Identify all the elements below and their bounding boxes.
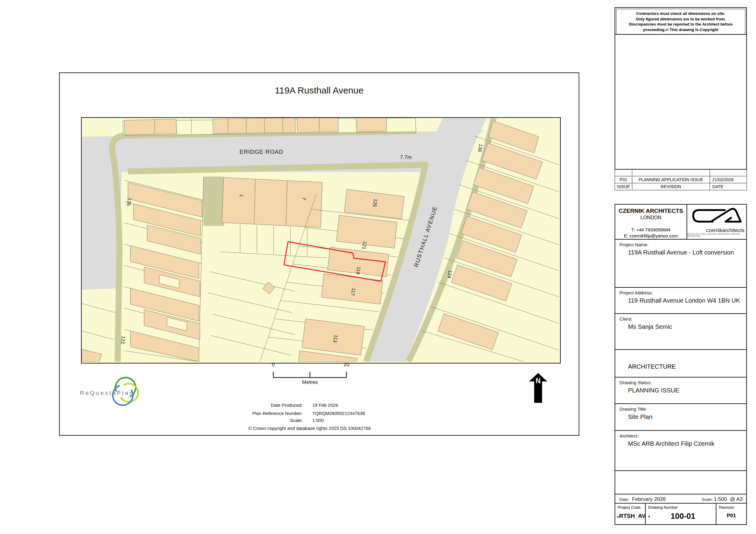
date-scale-row: Date: February 2026 Scale: 1:500 @ A3 — [615, 494, 747, 503]
drawing-title-box: Drawing Title: Site Plan — [615, 403, 747, 431]
spacer-box — [615, 193, 747, 205]
bullet-icon: ● — [648, 515, 650, 518]
firm-logo-cell: czernikarchitects ARCHITECTURE DESIGN MA… — [687, 205, 746, 239]
drawing-number-label: Drawing Number — [646, 503, 716, 510]
firm-email: E: czernikfilip@yahoo.com — [615, 233, 687, 239]
map-title: 119A Rusthall Avenue — [60, 85, 579, 96]
project-name-box: Project Name: 119A Rusthall Avenue - Lof… — [615, 239, 747, 288]
drawing-title-label: Drawing Title: — [615, 404, 746, 412]
road-width-annotation: 7.7m — [400, 154, 412, 160]
empty-box-top — [615, 34, 747, 169]
firm-city: LONDON — [615, 215, 687, 220]
drawing-title-value: Site Plan — [615, 412, 746, 420]
ca-logo-tagline: ARCHITECTURE DESIGN MASTERPLANNING INTER… — [687, 233, 744, 237]
project-code-cell: Project Code ●RTSH_AV — [615, 503, 645, 524]
disclaimer-box: Contractors must check all dimensions on… — [615, 7, 747, 35]
firm-contact: CZERNIK ARCHITECTS LONDON T: +44 7933058… — [615, 205, 687, 239]
firm-name: CZERNIK ARCHITECTS — [615, 208, 687, 214]
sheet-scale-value: 1:500 — [714, 496, 727, 502]
requestaplan-logo: ReQuestaPlan — [79, 376, 143, 408]
plan-reference-value: TQRQM26050212347638 — [312, 411, 365, 416]
bullet-icon: ● — [617, 515, 619, 519]
plot-label-136-left: 136 — [126, 198, 132, 206]
scale-bar-end: 20 — [344, 362, 349, 368]
architect-box: Architect: MSc ARB Architect Filip Czern… — [615, 430, 747, 471]
scale-bar: 0 20 Metres — [270, 361, 352, 387]
ca-logo-wordmark: czernikarchitects — [706, 227, 744, 234]
drawing-status-value: PLANNING ISSUE — [615, 385, 746, 394]
empty-box-bottom — [615, 470, 747, 495]
disclaimer-line-2: Only figured dimensions are to be worked… — [618, 16, 744, 22]
revision-value-bottom: P01 — [716, 510, 746, 519]
client-label: Client: — [615, 314, 746, 321]
disclaimer-line-1: Contractors must check all dimensions on… — [618, 11, 744, 16]
scale-bar-unit: Metres — [302, 379, 318, 385]
plot-label-122: 122 — [120, 336, 126, 344]
disclaimer-text: Contractors must check all dimensions on… — [616, 9, 745, 35]
sheet-date-label: Date: — [619, 497, 629, 502]
client-box: Client: Ms Sanja Semic — [615, 313, 747, 350]
revision-entry-row: P01 PLANNING APPLICATION ISSUE 21/02/202… — [615, 176, 746, 183]
architect-firm-box: CZERNIK ARCHITECTS LONDON T: +44 7933058… — [615, 204, 747, 240]
project-address-box: Project Address: 119 Rusthall Avenue Lon… — [615, 287, 747, 314]
road-label-eridge: ERIDGE ROAD — [239, 149, 284, 155]
firm-phone: T: +44 7933058884 — [615, 227, 687, 232]
disclaimer-line-4: proceeding.© This drawing is Copyright — [618, 27, 744, 33]
scale-bar-rule — [273, 372, 346, 377]
project-code-value: ●RTSH_AV — [615, 510, 645, 520]
drawing-status-box: Drawing Status: PLANNING ISSUE — [615, 377, 747, 404]
ca-logo-icon — [689, 206, 744, 225]
site-plan-map: ERIDGE ROAD 7.7m RUSTHALL AVENUE 136 122… — [81, 117, 561, 364]
project-name-label: Project Name: — [615, 240, 746, 247]
site-plan-svg: ERIDGE ROAD 7.7m RUSTHALL AVENUE 136 122… — [82, 118, 559, 362]
client-value: Ms Sanja Semic — [615, 321, 746, 330]
project-code-label: Project Code — [615, 503, 645, 510]
revision-cell: Revision: P01 — [716, 503, 746, 524]
drawing-number-value: ●100-01 — [646, 510, 716, 521]
north-arrow-icon: N — [527, 372, 549, 405]
issue-value: P01 — [615, 176, 632, 183]
revision-header: REVISION — [632, 183, 710, 190]
discipline-value: ARCHITECTURE — [615, 350, 746, 370]
paper-size: @ A3 — [730, 496, 742, 502]
project-address-label: Project Address: — [615, 288, 746, 295]
revision-label: Revision: — [716, 503, 746, 510]
revision-table: P01 PLANNING APPLICATION ISSUE 21/02/202… — [615, 169, 747, 190]
date-produced-label: Date Produced: — [223, 402, 303, 408]
drawing-status-label: Drawing Status: — [615, 377, 746, 385]
revision-date-value: 21/02/2026 — [710, 176, 746, 183]
os-copyright: © Crown copyright and database rights 20… — [206, 426, 413, 431]
project-address-value: 119 Rusthall Avenue London W4 1BN UK — [615, 295, 746, 304]
issue-header: ISSUE — [615, 183, 632, 190]
date-header: DATE — [710, 183, 746, 190]
revision-empty-row — [615, 169, 746, 176]
title-block-panel: Contractors must check all dimensions on… — [615, 7, 748, 527]
architect-label: Architect: — [615, 431, 746, 438]
revision-value: PLANNING APPLICATION ISSUE — [632, 176, 710, 183]
disclaimer-line-3: Discrepancies must be reported to the Ar… — [618, 22, 744, 27]
map-scale-value: 1:500 — [312, 418, 324, 423]
project-name-value: 119A Rusthall Avenue - Loft conversion — [615, 247, 746, 256]
requestaplan-wordmark: ReQuestaPlan — [80, 390, 134, 396]
scale-bar-start: 0 — [272, 362, 275, 368]
drawing-sheet: 119A Rusthall Avenue — [59, 72, 579, 436]
date-produced-value: 19 Feb 2026 — [312, 402, 338, 408]
sheet-date-value: February 2026 — [632, 496, 666, 502]
map-scale-label: Scale: — [223, 418, 303, 423]
drawing-number-cell: Drawing Number ●100-01 — [645, 503, 716, 524]
sheet-scale-label: Scale: — [702, 497, 713, 502]
identification-table: Project Code ●RTSH_AV Drawing Number ●10… — [615, 503, 747, 525]
discipline-box: ARCHITECTURE — [615, 349, 747, 377]
architect-value: MSc ARB Architect Filip Czernik — [615, 438, 746, 447]
page: 119A Rusthall Avenue — [0, 0, 756, 534]
north-arrow-label: N — [536, 377, 541, 385]
revision-header-row: ISSUE REVISION DATE — [615, 183, 746, 190]
plan-reference-label: Plan Reference Number: — [223, 411, 303, 416]
